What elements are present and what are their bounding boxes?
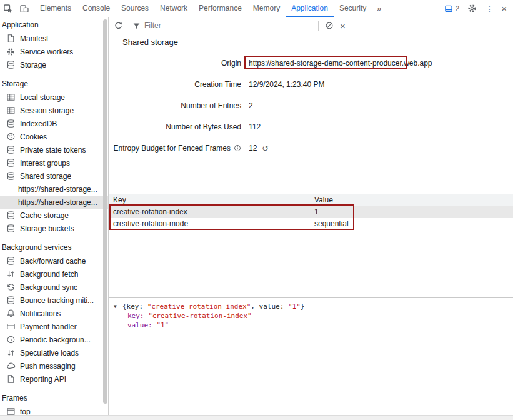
sidebar-item-reporting-api[interactable]: Reporting API [0,372,108,386]
table-icon [6,92,16,102]
tab-application[interactable]: Application [286,0,334,18]
database-icon [6,119,16,129]
toolbar-divider [318,21,319,31]
sidebar-item-back-forward-cache[interactable]: Back/forward cache [0,254,108,268]
meta-row-entropy: Entropy Budget for Fenced Frames 12 ↺ [109,138,513,159]
gear-icon [6,47,16,57]
database-icon [6,211,16,221]
sidebar-item-payment-handler[interactable]: Payment handler [0,320,108,333]
tab-console[interactable]: Console [77,0,116,18]
kebab-menu-icon[interactable]: ⋮ [485,4,494,13]
more-tabs-icon[interactable]: » [372,0,386,18]
sidebar-item-session-storage[interactable]: Session storage [0,104,108,117]
meta-row-bytes: Number of Bytes Used 112 [109,116,513,138]
entry-preview-pane: ▼{key: "creative-rotation-index", value:… [109,298,513,420]
application-sidebar: Application Manifest Service workers Sto… [0,18,109,420]
devtools-tabbar: Elements Console Sources Network Perform… [0,0,513,18]
shared-storage-panel: × Shared storage Origin https://shared-s… [109,18,513,420]
bell-icon [6,309,16,319]
scrollbar-thumb[interactable] [103,19,107,404]
cloud-icon [6,361,16,371]
sidebar-item-cookies[interactable]: Cookies [0,130,108,143]
device-toolbar-icon[interactable] [19,3,29,14]
origin-value: https://shared-storage-demo-content-prod… [241,59,513,68]
database-icon [6,145,16,155]
table-icon [6,106,16,116]
sidebar-item-speculative-loads[interactable]: Speculative loads [0,346,108,359]
column-header-key[interactable]: Key [109,194,311,206]
meta-row-entries: Number of Entries 2 [109,95,513,116]
sidebar-item-private-state-tokens[interactable]: Private state tokens [0,143,108,156]
close-devtools-icon[interactable]: × [501,4,507,13]
sidebar-item-local-storage[interactable]: Local storage [0,91,108,104]
preview-summary-line: ▼{key: "creative-rotation-index", value:… [114,302,513,311]
tab-elements[interactable]: Elements [34,0,77,18]
metadata-view: Origin https://shared-storage-demo-conte… [109,52,513,159]
sidebar-item-cache-storage[interactable]: Cache storage [0,209,108,222]
devtools-window: Elements Console Sources Network Perform… [0,0,513,420]
sidebar-item-interest-groups[interactable]: Interest groups [0,156,108,169]
sidebar-item-push-messaging[interactable]: Push messaging [0,359,108,372]
database-icon [6,224,16,234]
message-count: 2 [456,4,460,13]
inspect-element-icon[interactable] [2,3,13,14]
database-icon [6,171,16,181]
section-title-background-services: Background services [0,241,108,254]
filter-input[interactable] [144,21,313,30]
sidebar-item-background-sync[interactable]: Background sync [0,281,108,294]
sidebar-item-storage-buckets[interactable]: Storage buckets [0,222,108,235]
filter-box [132,21,313,30]
entries-table: Key Value creative-rotation-index 1 crea… [109,194,513,298]
column-header-value[interactable]: Value [311,194,513,206]
sidebar-item-service-workers[interactable]: Service workers [0,45,108,58]
delete-selected-icon[interactable]: × [340,21,346,31]
tab-security[interactable]: Security [334,0,372,18]
reset-budget-icon[interactable]: ↺ [262,144,269,152]
filter-funnel-icon [132,22,141,30]
preview-property-value: value: "1" [114,321,513,330]
refresh-icon[interactable] [112,20,124,31]
sidebar-item-background-fetch[interactable]: Background fetch [0,268,108,281]
page-title: Shared storage [122,38,178,47]
database-icon [6,158,16,168]
sidebar-item-shared-storage-origin-2[interactable]: https://shared-storage... [0,196,108,209]
panel-tabs: Elements Console Sources Network Perform… [34,0,386,18]
section-title-frames: Frames [0,392,108,405]
expand-caret-icon[interactable]: ▼ [114,302,122,311]
tabbar-right-controls: 2 ⋮ × [444,3,513,14]
section-title-storage: Storage [0,78,108,91]
sidebar-item-shared-storage[interactable]: Shared storage [0,169,108,182]
document-icon [6,34,16,44]
tab-performance[interactable]: Performance [193,0,247,18]
tab-network[interactable]: Network [154,0,193,18]
up-down-arrows-icon [6,348,16,358]
preview-property-key: key: "creative-rotation-index" [114,311,513,321]
column-divider[interactable] [311,194,311,298]
sidebar-item-storage[interactable]: Storage [0,58,108,71]
meta-row-origin: Origin https://shared-storage-demo-conte… [109,52,513,74]
tab-memory[interactable]: Memory [247,0,286,18]
cookie-icon [6,132,16,142]
sidebar-item-manifest[interactable]: Manifest [0,32,108,45]
sidebar-item-notifications[interactable]: Notifications [0,307,108,320]
section-title-application: Application [0,19,108,32]
sidebar-item-periodic-background-sync[interactable]: Periodic backgroun... [0,333,108,346]
database-icon [6,60,16,70]
database-icon [6,256,16,266]
storage-toolbar: × [109,18,513,34]
console-drawer-icon [444,4,453,13]
bottom-scrollbar-strip[interactable] [0,415,513,420]
document-icon [6,374,16,384]
meta-row-creation-time: Creation Time 12/9/2024, 1:23:40 PM [109,74,513,95]
tab-sources[interactable]: Sources [116,0,154,18]
database-icon [6,296,16,306]
clock-icon [6,335,16,345]
sidebar-scrollbar[interactable] [103,19,107,416]
settings-gear-icon[interactable] [467,3,477,14]
info-icon[interactable] [234,144,241,152]
sidebar-item-indexeddb[interactable]: IndexedDB [0,117,108,130]
clear-all-icon[interactable] [324,20,335,31]
sidebar-item-bounce-tracking[interactable]: Bounce tracking miti... [0,294,108,307]
console-messages-badge[interactable]: 2 [444,4,460,13]
sidebar-item-shared-storage-origin-1[interactable]: https://shared-storage... [0,182,108,196]
